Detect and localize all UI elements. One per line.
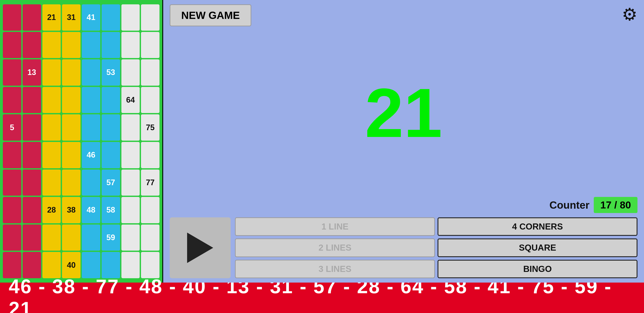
grid-cell[interactable]: 38 (62, 197, 80, 223)
grid-cell[interactable] (62, 32, 80, 58)
grid-cell[interactable] (42, 87, 61, 113)
play-icon (187, 233, 213, 263)
grid-cell[interactable] (42, 32, 61, 58)
score-buttons: 1 LINE4 CORNERS2 LINESSQUARE3 LINESBINGO (235, 217, 638, 278)
grid-cell[interactable] (141, 197, 160, 223)
grid-cell[interactable] (3, 87, 21, 113)
grid-cell[interactable] (82, 32, 100, 58)
grid-cell[interactable] (82, 252, 100, 278)
grid-cell[interactable] (122, 32, 140, 58)
grid-cell[interactable] (42, 114, 61, 141)
grid-cell[interactable] (3, 32, 21, 58)
grid-cell[interactable] (141, 4, 160, 31)
grid-cell[interactable] (82, 59, 100, 86)
grid-cell[interactable]: 5 (3, 114, 21, 141)
grid-cell[interactable] (23, 32, 41, 58)
grid-cell[interactable] (122, 59, 140, 86)
grid-cell[interactable]: 58 (102, 197, 120, 223)
grid-cell[interactable] (141, 87, 160, 113)
grid-cell[interactable] (23, 197, 41, 223)
grid-cell[interactable] (141, 225, 160, 251)
score-button-3lines[interactable]: 3 LINES (235, 260, 435, 278)
grid-cell[interactable] (122, 197, 140, 223)
grid-cell[interactable]: 77 (141, 170, 160, 196)
grid-cell[interactable] (141, 142, 160, 168)
grid-cell[interactable]: 21 (42, 4, 61, 31)
counter-label: Counter (549, 199, 590, 211)
grid-cell[interactable] (23, 170, 41, 196)
grid-cell[interactable] (62, 170, 80, 196)
grid-cell[interactable] (23, 4, 41, 31)
grid-cell[interactable] (102, 114, 120, 141)
grid-cell[interactable] (23, 225, 41, 251)
grid-cell[interactable] (122, 4, 140, 31)
grid-cell[interactable] (3, 170, 21, 196)
grid-cell[interactable] (42, 59, 61, 86)
grid-cell[interactable]: 57 (102, 170, 120, 196)
grid-cell[interactable] (23, 87, 41, 113)
grid-cell[interactable] (82, 225, 100, 251)
grid-cell[interactable] (82, 87, 100, 113)
grid-cell[interactable] (122, 225, 140, 251)
grid-cell[interactable] (3, 59, 21, 86)
score-button-2lines[interactable]: 2 LINES (235, 239, 435, 257)
grid-cell[interactable] (102, 252, 120, 278)
grid-cell[interactable]: 13 (23, 59, 41, 86)
grid-cell[interactable] (82, 170, 100, 196)
grid-cell[interactable] (62, 114, 80, 141)
current-number: 21 (170, 24, 638, 201)
score-button-4corners[interactable]: 4 CORNERS (438, 217, 638, 236)
counter-row: Counter 17 / 80 (170, 197, 638, 213)
score-button-bingo[interactable]: BINGO (438, 260, 638, 278)
grid-cell[interactable]: 64 (122, 87, 140, 113)
grid-cell[interactable]: 59 (102, 225, 120, 251)
grid-cell[interactable] (42, 170, 61, 196)
grid-cell[interactable] (141, 32, 160, 58)
grid-cell[interactable]: 41 (82, 4, 100, 31)
grid-cell[interactable]: 53 (102, 59, 120, 86)
grid-cell[interactable] (3, 197, 21, 223)
grid-cell[interactable] (3, 142, 21, 168)
grid-cell[interactable] (3, 252, 21, 278)
bingo-grid: 213141135364575465777283848585940 (3, 4, 160, 278)
grid-cell[interactable]: 31 (62, 4, 80, 31)
grid-cell[interactable] (3, 225, 21, 251)
grid-cell[interactable] (23, 252, 41, 278)
score-button-square[interactable]: SQUARE (438, 239, 638, 257)
grid-cell[interactable] (62, 225, 80, 251)
new-game-button[interactable]: NEW GAME (170, 4, 251, 26)
grid-cell[interactable] (23, 114, 41, 141)
grid-cell[interactable] (42, 252, 61, 278)
grid-cell[interactable] (122, 142, 140, 168)
grid-cell[interactable] (122, 114, 140, 141)
grid-cell[interactable] (62, 59, 80, 86)
right-panel: NEW GAME ⚙ 21 Counter 17 / 80 1 LINE4 CO… (163, 0, 644, 283)
grid-cell[interactable] (102, 32, 120, 58)
grid-cell[interactable]: 46 (82, 142, 100, 168)
grid-cell[interactable] (122, 252, 140, 278)
grid-cell[interactable] (62, 87, 80, 113)
bingo-grid-panel: 213141135364575465777283848585940 (0, 0, 163, 283)
play-button[interactable] (170, 217, 230, 278)
grid-cell[interactable] (23, 142, 41, 168)
grid-cell[interactable]: 28 (42, 197, 61, 223)
grid-cell[interactable] (42, 225, 61, 251)
counter-value: 17 / 80 (594, 197, 638, 213)
top-bar: NEW GAME ⚙ (170, 4, 638, 26)
grid-cell[interactable] (42, 142, 61, 168)
grid-cell[interactable] (102, 4, 120, 31)
grid-cell[interactable] (141, 59, 160, 86)
grid-cell[interactable] (102, 87, 120, 113)
grid-cell[interactable] (122, 170, 140, 196)
grid-cell[interactable] (141, 252, 160, 278)
settings-icon[interactable]: ⚙ (622, 4, 638, 24)
grid-cell[interactable]: 48 (82, 197, 100, 223)
grid-cell[interactable] (102, 142, 120, 168)
grid-cell[interactable] (3, 4, 21, 31)
score-button-1line[interactable]: 1 LINE (235, 217, 435, 236)
bottom-ticker: 46 - 38 - 77 - 48 - 40 - 13 - 31 - 57 - … (0, 283, 644, 313)
grid-cell[interactable]: 40 (62, 252, 80, 278)
grid-cell[interactable] (82, 114, 100, 141)
grid-cell[interactable]: 75 (141, 114, 160, 141)
grid-cell[interactable] (62, 142, 80, 168)
